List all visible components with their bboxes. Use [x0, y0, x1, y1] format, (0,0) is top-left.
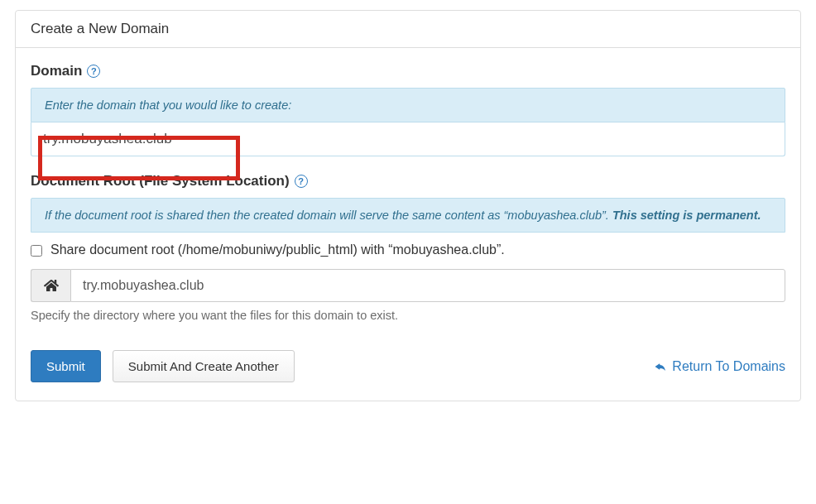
domain-label: Domain — [31, 63, 82, 79]
directory-input-group — [31, 269, 785, 302]
home-icon — [31, 269, 70, 302]
share-docroot-label: Share document root (/home/mobuniwy/publ… — [50, 242, 505, 257]
footer-row: Submit Submit And Create Another Return … — [31, 350, 785, 382]
share-docroot-row: Share document root (/home/mobuniwy/publ… — [31, 242, 785, 257]
submit-button[interactable]: Submit — [31, 350, 101, 382]
help-icon[interactable]: ? — [87, 65, 100, 78]
docroot-group: Document Root (File System Location) ? I… — [31, 173, 785, 322]
submit-another-button[interactable]: Submit And Create Another — [113, 350, 295, 382]
create-domain-panel: Create a New Domain Domain ? Enter the d… — [15, 10, 801, 401]
share-docroot-checkbox[interactable] — [31, 245, 42, 257]
panel-title: Create a New Domain — [16, 11, 800, 48]
panel-body: Domain ? Enter the domain that you would… — [16, 48, 800, 401]
domain-label-row: Domain ? — [31, 63, 785, 79]
return-link-label: Return To Domains — [672, 359, 785, 374]
help-icon[interactable]: ? — [295, 175, 308, 188]
reply-arrow-icon — [654, 360, 667, 373]
docroot-hint-strong: This setting is permanent. — [612, 209, 761, 222]
domain-group: Domain ? Enter the domain that you would… — [31, 63, 785, 156]
domain-hint: Enter the domain that you would like to … — [31, 88, 785, 122]
return-to-domains-link[interactable]: Return To Domains — [654, 359, 785, 374]
button-group: Submit Submit And Create Another — [31, 350, 295, 382]
docroot-label: Document Root (File System Location) — [31, 173, 290, 190]
directory-help-text: Specify the directory where you want the… — [31, 309, 785, 322]
directory-input[interactable] — [70, 269, 785, 302]
domain-input[interactable] — [31, 122, 785, 156]
docroot-hint: If the document root is shared then the … — [31, 198, 785, 233]
docroot-label-row: Document Root (File System Location) ? — [31, 173, 785, 190]
docroot-hint-pre: If the document root is shared then the … — [45, 209, 612, 222]
